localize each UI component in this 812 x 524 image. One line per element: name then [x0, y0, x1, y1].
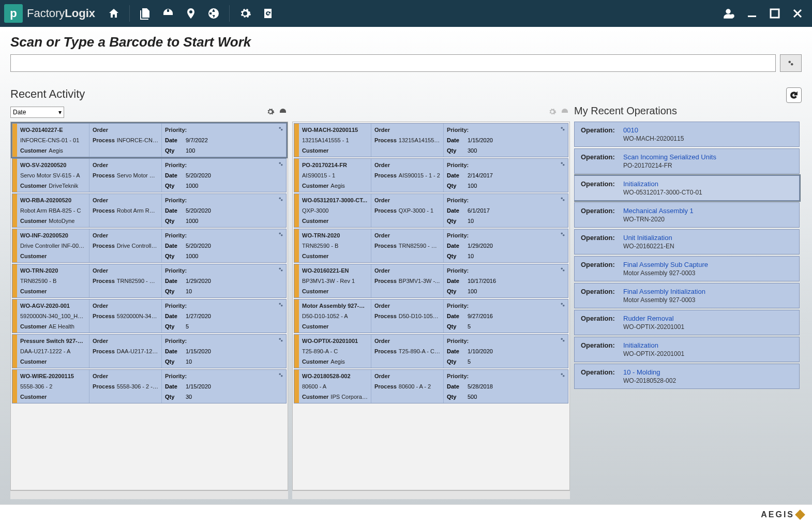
card-gear-icon[interactable]: [559, 125, 566, 132]
location-icon[interactable]: [181, 3, 201, 24]
card-gear-icon[interactable]: [277, 336, 284, 343]
horizontal-scrollbar[interactable]: [292, 490, 570, 499]
operation-card[interactable]: Operation: Rudder Removal WO-OPTIX-20201…: [574, 310, 800, 335]
refresh-doc-icon[interactable]: [258, 3, 278, 24]
activity-list-mid[interactable]: WO-MACH-20200115 13215A141555 - 1 Custom…: [292, 122, 570, 490]
operation-wo: Motor Assembly 927-0003: [623, 296, 705, 304]
gear-icon[interactable]: [235, 3, 255, 24]
order-label: Order: [374, 197, 390, 203]
home-icon[interactable]: [103, 3, 124, 24]
qty-label: Qty: [165, 217, 186, 225]
activity-card[interactable]: WO-WIRE-20200115 5558-306 - 2 Customer O…: [11, 369, 288, 403]
column-gear-icon[interactable]: [548, 108, 558, 117]
activity-card[interactable]: Pressure Switch 927-0001 DAA-U217-1222 -…: [11, 334, 288, 368]
activity-card[interactable]: WO-OPTIX-20201001 T25-890-A - C Customer…: [293, 334, 569, 368]
operation-card[interactable]: Operation: Final Assembly Initialization…: [574, 283, 800, 308]
operations-list[interactable]: Operation: 0010 WO-MACH-20200115 Operati…: [574, 120, 802, 499]
activity-card[interactable]: WO-MACH-20200115 13215A141555 - 1 Custom…: [293, 123, 569, 157]
helmet-icon[interactable]: [158, 3, 178, 24]
activity-card[interactable]: PO-20170214-FR AIS90015 - 1 CustomerAegi…: [293, 158, 569, 192]
operation-label: Operation:: [581, 261, 619, 277]
activity-card[interactable]: WO-20160221-EN BP3MV1-3W - Rev 1 Custome…: [293, 264, 569, 298]
operation-name: 10 - Molding: [623, 368, 676, 376]
date-label: Date: [447, 277, 468, 285]
qty-value: 10: [186, 357, 283, 366]
operation-name: Scan Incoming Serialized Units: [623, 153, 716, 161]
priority-label: Priority:: [165, 338, 187, 344]
qty-label: Qty: [165, 182, 186, 190]
activity-card[interactable]: WO-INF-20200520 Drive Controller INF-003…: [11, 229, 288, 263]
activity-card[interactable]: WO-TRN-2020 TRN82590 - B Customer Order …: [11, 264, 288, 298]
part-number: AIS90015 - 1: [302, 171, 368, 179]
scan-settings-button[interactable]: [780, 54, 802, 72]
card-gear-icon[interactable]: [559, 371, 566, 379]
operation-card[interactable]: Operation: Scan Incoming Serialized Unit…: [574, 148, 800, 174]
column-gear-icon[interactable]: [266, 108, 276, 117]
date-label: Date: [165, 277, 186, 285]
refresh-button[interactable]: [786, 87, 802, 103]
date-label: Date: [447, 206, 468, 215]
wo-number: WO-WIRE-20200115: [20, 372, 86, 380]
globe-icon[interactable]: [203, 3, 224, 24]
customer-line: Customer: [302, 252, 368, 260]
close-icon[interactable]: [787, 3, 808, 24]
qty-value: 5: [186, 322, 283, 331]
user-remove-icon[interactable]: [719, 3, 740, 24]
process-line: ProcessBP3MV1-3W -...: [374, 277, 440, 285]
card-gear-icon[interactable]: [559, 301, 566, 308]
svg-point-7: [281, 164, 283, 166]
card-gear-icon[interactable]: [277, 301, 284, 308]
date-value: 9/7/2022: [186, 136, 283, 144]
svg-point-5: [281, 129, 283, 131]
card-gear-icon[interactable]: [559, 231, 566, 238]
operation-label: Operation:: [581, 207, 619, 223]
activity-card[interactable]: WO-RBA-20200520 Robot Arm RBA-825 - C Cu…: [11, 193, 288, 228]
operation-card[interactable]: Operation: Initialization WO-05312017-30…: [574, 175, 800, 201]
activity-card[interactable]: WO-20180528-002 80600 - A CustomerIPS Co…: [293, 369, 569, 403]
card-gear-icon[interactable]: [559, 336, 566, 343]
column-helmet-icon[interactable]: [279, 108, 288, 117]
card-gear-icon[interactable]: [277, 371, 284, 379]
card-gear-icon[interactable]: [559, 196, 566, 203]
activity-card[interactable]: WO-20140227-E INFORCE-CNS-01 - 01 Custom…: [11, 123, 288, 157]
documents-icon[interactable]: [135, 3, 156, 24]
activity-card[interactable]: Motor Assembly 927-00... D50-D10-1052 - …: [293, 299, 569, 333]
status-stripe: [12, 194, 17, 227]
qty-label: Qty: [165, 393, 186, 401]
activity-card[interactable]: WO-TRN-2020 TRN82590 - B Customer Order …: [293, 229, 569, 263]
operation-card[interactable]: Operation: Mechanical Assembly 1 WO-TRN-…: [574, 202, 800, 228]
activity-card[interactable]: WO-05312017-3000-CT... QXP-3000 Customer…: [293, 193, 569, 228]
svg-point-32: [561, 338, 563, 340]
status-stripe: [12, 229, 17, 262]
qty-value: 5: [468, 357, 565, 366]
card-gear-icon[interactable]: [277, 160, 284, 168]
operation-card[interactable]: Operation: 0010 WO-MACH-20200115: [574, 122, 800, 147]
order-label: Order: [93, 338, 108, 344]
barcode-input[interactable]: [10, 54, 776, 72]
horizontal-scrollbar[interactable]: [10, 490, 288, 499]
card-gear-icon[interactable]: [559, 266, 566, 273]
priority-label: Priority:: [447, 162, 469, 168]
operation-name: 0010: [623, 126, 684, 134]
sort-dropdown[interactable]: Date▾: [10, 107, 64, 118]
qty-value: 100: [468, 287, 565, 295]
activity-card[interactable]: WO-AGV-2020-001 5920000N-340_100_HL1... …: [11, 299, 288, 333]
card-gear-icon[interactable]: [277, 196, 284, 203]
card-gear-icon[interactable]: [277, 266, 284, 273]
card-gear-icon[interactable]: [277, 125, 284, 132]
operation-card[interactable]: Operation: Unit Initialization WO-201602…: [574, 229, 800, 254]
card-gear-icon[interactable]: [277, 231, 284, 238]
maximize-icon[interactable]: [764, 3, 785, 24]
activity-card[interactable]: WO-SV-20200520 Servo Motor SV-615 - A Cu…: [11, 158, 288, 192]
priority-label: Priority:: [447, 232, 469, 238]
svg-point-34: [561, 373, 563, 376]
date-label: Date: [165, 347, 186, 355]
minimize-icon[interactable]: [742, 3, 762, 24]
operation-card[interactable]: Operation: Initialization WO-OPTIX-20201…: [574, 337, 800, 362]
operation-card[interactable]: Operation: 10 - Molding WO-20180528-002: [574, 364, 800, 389]
column-helmet-icon[interactable]: [561, 108, 570, 117]
activity-list-left[interactable]: WO-20140227-E INFORCE-CNS-01 - 01 Custom…: [10, 122, 288, 490]
card-gear-icon[interactable]: [559, 160, 566, 168]
operation-card[interactable]: Operation: Final Assembly Sub Capture Mo…: [574, 256, 800, 281]
svg-point-16: [279, 338, 281, 340]
